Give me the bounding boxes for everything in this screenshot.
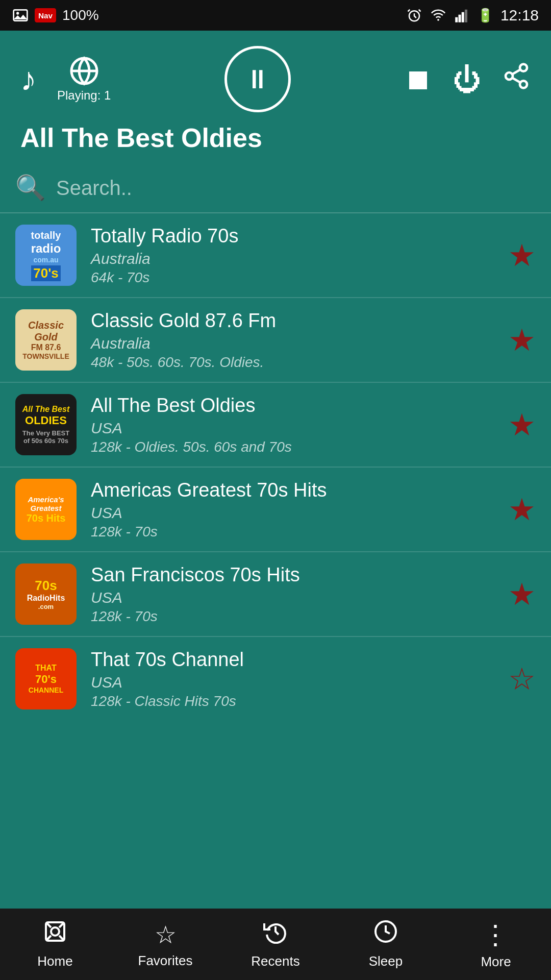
home-icon bbox=[43, 919, 67, 949]
stop-button[interactable]: ⏹ bbox=[404, 63, 433, 96]
station-info: San Franciscos 70s Hits USA 128k - 70s bbox=[91, 564, 494, 625]
station-logo: All The Best OLDIES The Very BEST of 50s… bbox=[15, 394, 77, 455]
favorite-button[interactable]: ★ bbox=[508, 322, 536, 358]
pause-icon: ⏸ bbox=[244, 64, 271, 94]
station-country: Australia bbox=[91, 335, 494, 352]
svg-line-17 bbox=[512, 78, 520, 82]
status-bar-left: Nav 100% bbox=[12, 7, 99, 23]
favorites-icon: ☆ bbox=[155, 920, 177, 949]
station-country: Australia bbox=[91, 250, 494, 267]
search-input[interactable] bbox=[56, 177, 536, 200]
time-display: 12:18 bbox=[500, 7, 539, 24]
station-name: San Franciscos 70s Hits bbox=[91, 564, 494, 586]
favorite-button[interactable]: ★ bbox=[508, 492, 536, 527]
station-detail: 48k - 50s. 60s. 70s. Oldies. bbox=[91, 354, 494, 371]
station-logo: Classic Gold FM 87.6 TOWNSVILLE bbox=[15, 309, 77, 371]
favorite-button[interactable]: ★ bbox=[508, 576, 536, 612]
station-name: All The Best Oldies bbox=[91, 395, 494, 416]
station-country: USA bbox=[91, 504, 494, 522]
station-logo: 70s RadioHits .com bbox=[15, 564, 77, 625]
station-detail: 64k - 70s bbox=[91, 270, 494, 286]
svg-rect-9 bbox=[458, 15, 461, 22]
share-button[interactable] bbox=[502, 62, 531, 97]
svg-point-20 bbox=[51, 927, 59, 936]
station-info: Totally Radio 70s Australia 64k - 70s bbox=[91, 225, 494, 286]
favorite-button[interactable]: ★ bbox=[508, 407, 536, 443]
station-country: USA bbox=[91, 674, 494, 691]
globe-button[interactable]: Playing: 1 bbox=[57, 56, 111, 103]
svg-point-14 bbox=[520, 64, 527, 71]
radio-icon: Nav bbox=[35, 7, 56, 23]
status-bar: Nav 100% 🔋 12:18 bbox=[0, 0, 551, 31]
controls-right: ⏹ ⏻ bbox=[404, 62, 531, 97]
station-detail: 128k - Oldies. 50s. 60s and 70s bbox=[91, 439, 494, 455]
player-header: ♪ Playing: 1 ⏸ ⏹ ⏻ bbox=[0, 31, 551, 163]
svg-point-7 bbox=[437, 19, 439, 21]
status-bar-right: 🔋 12:18 bbox=[407, 7, 539, 24]
station-logo: THAT 70's CHANNEL bbox=[15, 648, 77, 709]
favorite-button[interactable]: ☆ bbox=[508, 661, 536, 697]
nav-item-favorites[interactable]: ☆ Favorites bbox=[110, 909, 220, 980]
svg-text:Nav: Nav bbox=[38, 11, 53, 20]
nav-item-sleep[interactable]: Sleep bbox=[331, 909, 441, 980]
svg-point-15 bbox=[506, 72, 513, 80]
station-item[interactable]: 70s RadioHits .com San Franciscos 70s Hi… bbox=[0, 552, 551, 637]
alarm-icon bbox=[407, 8, 422, 23]
station-item[interactable]: All The Best OLDIES The Very BEST of 50s… bbox=[0, 383, 551, 468]
sleep-icon bbox=[373, 919, 398, 949]
image-icon bbox=[12, 7, 29, 23]
recents-icon bbox=[263, 919, 288, 949]
svg-point-1 bbox=[16, 12, 19, 14]
nav-item-more[interactable]: ⋮ More bbox=[441, 909, 551, 980]
controls-left: ♪ Playing: 1 bbox=[20, 56, 111, 103]
svg-line-18 bbox=[512, 69, 520, 74]
nav-label-favorites: Favorites bbox=[138, 953, 193, 969]
svg-rect-8 bbox=[455, 17, 458, 22]
svg-line-5 bbox=[408, 10, 410, 12]
search-container: 🔍 bbox=[0, 163, 551, 213]
svg-line-6 bbox=[419, 10, 421, 12]
station-name: Americas Greatest 70s Hits bbox=[91, 479, 494, 501]
bottom-nav: Home ☆ Favorites Recents Sleep ⋮ More bbox=[0, 909, 551, 980]
music-icon[interactable]: ♪ bbox=[20, 60, 37, 98]
nav-label-recents: Recents bbox=[251, 953, 299, 969]
playing-label: Playing: 1 bbox=[57, 88, 111, 103]
station-info: That 70s Channel USA 128k - Classic Hits… bbox=[91, 649, 494, 709]
station-detail: 128k - 70s bbox=[91, 608, 494, 625]
battery-full: 🔋 bbox=[477, 8, 493, 23]
station-info: All The Best Oldies USA 128k - Oldies. 5… bbox=[91, 395, 494, 455]
app-title: All The Best Oldies bbox=[20, 122, 531, 153]
nav-label-sleep: Sleep bbox=[369, 953, 403, 969]
station-info: Americas Greatest 70s Hits USA 128k - 70… bbox=[91, 479, 494, 540]
svg-rect-10 bbox=[462, 12, 464, 22]
share-svg bbox=[502, 62, 531, 90]
nav-label-home: Home bbox=[37, 953, 72, 969]
pause-button[interactable]: ⏸ bbox=[224, 46, 291, 112]
station-item[interactable]: Classic Gold FM 87.6 TOWNSVILLE Classic … bbox=[0, 298, 551, 383]
power-button[interactable]: ⏻ bbox=[453, 63, 482, 96]
svg-point-16 bbox=[520, 81, 527, 88]
station-item[interactable]: THAT 70's CHANNEL That 70s Channel USA 1… bbox=[0, 637, 551, 721]
station-logo: totally radio com.au 70's bbox=[15, 225, 77, 286]
svg-rect-11 bbox=[465, 10, 467, 22]
signal-icon bbox=[455, 8, 470, 23]
search-bar: 🔍 bbox=[15, 174, 536, 202]
nav-item-home[interactable]: Home bbox=[0, 909, 110, 980]
controls-row: ♪ Playing: 1 ⏸ ⏹ ⏻ bbox=[20, 46, 531, 112]
nav-label-more: More bbox=[481, 954, 511, 970]
battery-percent: 100% bbox=[62, 7, 99, 23]
globe-svg bbox=[69, 56, 99, 86]
station-country: USA bbox=[91, 589, 494, 606]
nav-item-recents[interactable]: Recents bbox=[220, 909, 331, 980]
station-item[interactable]: totally radio com.au 70's Totally Radio … bbox=[0, 213, 551, 298]
station-logo: America's Greatest 70s Hits bbox=[15, 479, 77, 540]
station-list: totally radio com.au 70's Totally Radio … bbox=[0, 213, 551, 929]
search-icon: 🔍 bbox=[15, 174, 46, 202]
station-name: Totally Radio 70s bbox=[91, 225, 494, 247]
station-name: Classic Gold 87.6 Fm bbox=[91, 310, 494, 332]
station-detail: 128k - 70s bbox=[91, 524, 494, 540]
station-country: USA bbox=[91, 420, 494, 437]
station-item[interactable]: America's Greatest 70s Hits Americas Gre… bbox=[0, 468, 551, 552]
favorite-button[interactable]: ★ bbox=[508, 237, 536, 273]
wifi-icon bbox=[429, 8, 447, 23]
